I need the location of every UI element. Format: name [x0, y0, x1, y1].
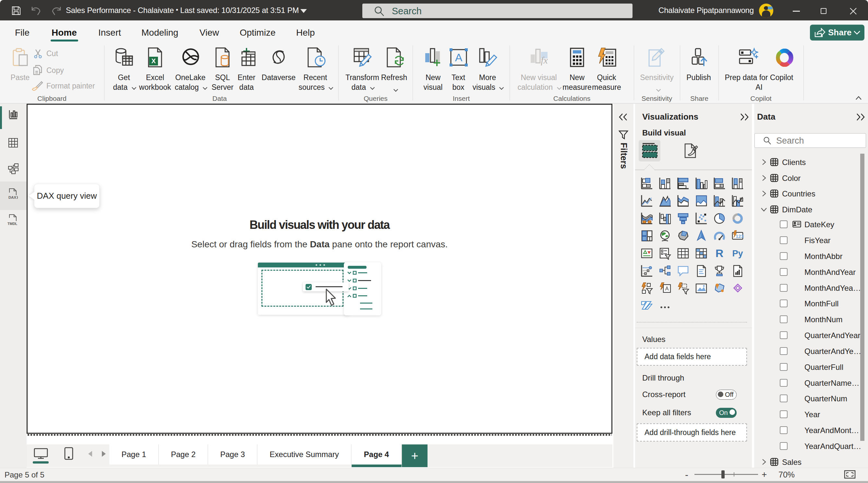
svg-text:Py: Py — [732, 249, 743, 258]
svg-text:fx: fx — [541, 55, 548, 65]
svg-text:X: X — [152, 57, 156, 65]
svg-text:R: R — [716, 247, 724, 259]
svg-text:A: A — [455, 51, 463, 64]
svg-text:123: 123 — [736, 233, 744, 239]
svg-text:DAX: DAX — [8, 195, 17, 199]
svg-text:TMDL: TMDL — [7, 222, 18, 226]
svg-text:A: A — [665, 286, 669, 291]
